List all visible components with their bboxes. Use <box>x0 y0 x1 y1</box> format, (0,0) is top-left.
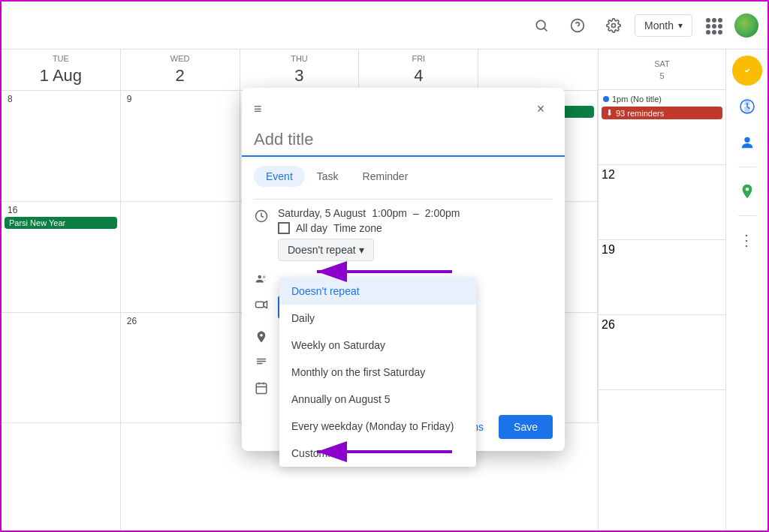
tab-task[interactable]: Task <box>305 166 351 187</box>
cell-8[interactable]: 8 <box>2 91 121 202</box>
date-text[interactable]: Saturday, 5 August <box>278 207 366 219</box>
avatar-image <box>734 14 758 38</box>
day-headers: TUE 1 Aug WED 2 THU 3 FRI 4 <box>2 50 598 91</box>
grid-icon <box>706 18 721 33</box>
avatar[interactable] <box>734 14 758 38</box>
video-icon <box>254 297 269 312</box>
time-content: Saturday, 5 August 1:00pm – 2:00pm All d… <box>278 207 553 261</box>
svg-rect-16 <box>256 383 267 394</box>
time-end[interactable]: 2:00pm <box>425 207 460 219</box>
time-display: Saturday, 5 August 1:00pm – 2:00pm <box>278 207 553 219</box>
sat-cell-w3[interactable]: 19 <box>599 240 725 315</box>
tab-reminder[interactable]: Reminder <box>351 166 421 187</box>
dropdown-item-no-repeat[interactable]: Doesn't repeat <box>279 278 476 305</box>
title-input[interactable] <box>242 127 565 157</box>
reminders-chip[interactable]: ⬇ 93 reminders <box>602 107 722 119</box>
contacts-icon[interactable] <box>732 128 762 158</box>
cell-thu-w4[interactable] <box>2 313 121 424</box>
clock-icon <box>254 209 269 224</box>
svg-marker-12 <box>264 302 267 308</box>
sat-cells: 1pm (No title) ⬇ 93 reminders 12 19 26 <box>599 90 725 532</box>
dropdown-item-weekdays[interactable]: Every weekday (Monday to Friday) <box>279 413 476 440</box>
dropdown-item-daily[interactable]: Daily <box>279 305 476 332</box>
cell-thu-w3[interactable] <box>121 202 240 313</box>
guests-icon <box>254 272 269 287</box>
month-label: Month <box>644 20 674 32</box>
settings-button[interactable] <box>599 11 629 41</box>
more-apps-button[interactable]: ⋮ <box>732 225 762 255</box>
time-row: Saturday, 5 August 1:00pm – 2:00pm All d… <box>242 203 565 266</box>
right-sidebar: ⋮ <box>725 50 767 532</box>
svg-point-4 <box>612 23 616 27</box>
parsi-new-year-event[interactable]: Parsi New Year <box>5 217 117 229</box>
google-tasks-icon[interactable] <box>732 56 762 86</box>
dropdown-item-weekly[interactable]: Weekly on Saturday <box>279 332 476 359</box>
calendar-icon <box>254 380 269 395</box>
sat-cell-w4[interactable]: 26 <box>599 315 725 390</box>
cell-16[interactable]: 16 Parsi New Year <box>2 202 121 313</box>
allday-checkbox[interactable] <box>278 222 290 234</box>
allday-row: All day Time zone <box>278 222 553 234</box>
separator-1 <box>254 199 553 200</box>
save-button[interactable]: Save <box>499 415 553 439</box>
chevron-down-icon: ▾ <box>678 20 683 31</box>
repeat-label: Doesn't repeat <box>288 244 356 256</box>
cell-9[interactable]: 9 <box>121 91 240 202</box>
dropdown-item-monthly[interactable]: Monthly on the first Saturday <box>279 359 476 386</box>
tab-event[interactable]: Event <box>254 166 305 187</box>
type-tabs: Event Task Reminder <box>242 166 565 187</box>
search-button[interactable] <box>526 11 556 41</box>
sat-column: SAT 5 1pm (No title) ⬇ 93 reminders 12 1… <box>598 50 725 532</box>
svg-point-0 <box>536 20 545 29</box>
day-header-wed: WED 2 <box>121 50 240 90</box>
cell-fri-w5[interactable] <box>2 423 121 532</box>
maps-icon[interactable] <box>732 176 762 206</box>
repeat-button[interactable]: Doesn't repeat ▾ <box>278 239 374 261</box>
sidebar-divider-2 <box>738 215 756 216</box>
month-selector[interactable]: Month ▾ <box>635 14 692 37</box>
sidebar-divider <box>738 167 756 167</box>
svg-line-1 <box>544 28 547 31</box>
day-header-fri: FRI 4 <box>359 50 478 90</box>
day-header-thu: THU 3 <box>240 50 360 90</box>
toolbar: Month ▾ <box>2 2 767 50</box>
close-button[interactable]: × <box>529 97 553 121</box>
no-title-event[interactable]: 1pm (No title) <box>602 93 722 105</box>
svg-point-10 <box>263 275 266 278</box>
time-start[interactable]: 1:00pm <box>372 207 407 219</box>
dropdown-item-annually[interactable]: Annually on August 5 <box>279 386 476 413</box>
cell-26-fri[interactable]: 26 <box>121 313 240 424</box>
notes-icon <box>254 355 269 370</box>
dropdown-item-custom[interactable]: Custom... <box>279 440 476 467</box>
sat-cell-w1[interactable]: 1pm (No title) ⬇ 93 reminders <box>599 90 725 165</box>
day-header-tue: TUE 1 Aug <box>2 50 121 90</box>
location-icon <box>254 329 269 344</box>
google-keep-icon[interactable] <box>732 92 762 122</box>
help-button[interactable] <box>562 11 593 41</box>
timezone-label[interactable]: Time zone <box>333 222 382 234</box>
svg-rect-11 <box>256 302 264 308</box>
repeat-chevron-icon: ▾ <box>359 244 364 256</box>
day-header-sat: SAT 5 <box>599 50 725 90</box>
apps-grid-button[interactable] <box>698 11 728 41</box>
allday-label[interactable]: All day <box>296 222 327 234</box>
dialog-header: ≡ × <box>242 88 565 127</box>
repeat-dropdown: Doesn't repeat Daily Weekly on Saturday … <box>279 278 476 467</box>
blue-dot <box>603 96 609 102</box>
sat-cell-w2[interactable]: 12 <box>599 165 725 240</box>
svg-point-7 <box>744 137 749 143</box>
drag-handle[interactable]: ≡ <box>254 101 262 117</box>
time-dash: – <box>413 207 419 219</box>
svg-point-9 <box>258 275 262 279</box>
